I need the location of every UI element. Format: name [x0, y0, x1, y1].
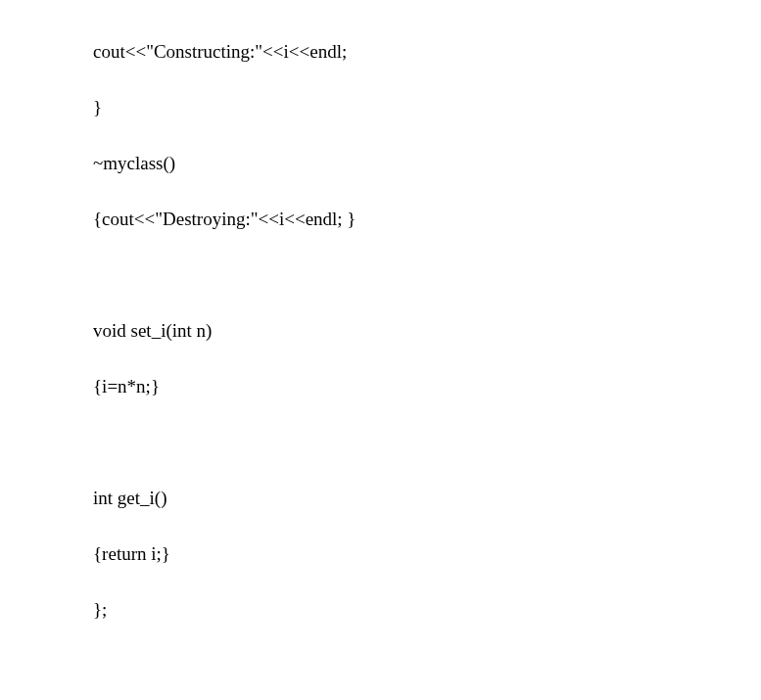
code-line: ~myclass() — [93, 150, 761, 178]
code-line — [93, 429, 761, 457]
code-line — [93, 652, 761, 680]
code-line: {cout<<"Destroying:"<<i<<endl; } — [93, 206, 761, 234]
code-line: cout<<"Constructing:"<<i<<endl; — [93, 38, 761, 67]
code-line: }; — [93, 596, 761, 625]
code-line: {return i;} — [93, 540, 761, 569]
code-line: void set_i(int n) — [93, 317, 761, 346]
code-line — [93, 261, 761, 290]
code-line: {i=n*n;} — [93, 373, 761, 401]
code-block: cout<<"Constructing:"<<i<<endl; } ~mycla… — [93, 10, 761, 700]
code-line: int get_i() — [93, 485, 761, 513]
code-line: } — [93, 94, 761, 122]
